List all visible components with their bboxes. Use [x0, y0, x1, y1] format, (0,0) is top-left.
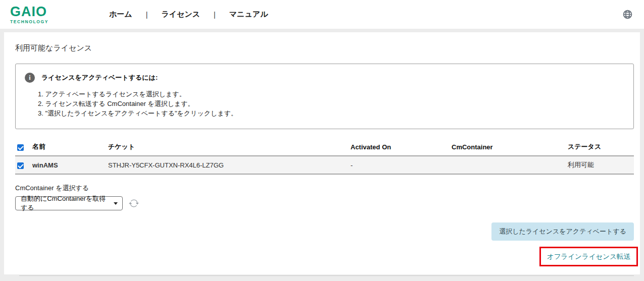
content-panel: 利用可能なライセンス i ライセンスをアクティベートするには: 1. アクティベ… — [4, 32, 640, 274]
cell-activated-on: - — [349, 156, 450, 174]
cmcontainer-select-value: 自動的にCmContainerを取得する — [21, 194, 110, 212]
refresh-icon — [129, 198, 139, 208]
column-header-name: 名前 — [30, 138, 106, 156]
refresh-button[interactable] — [129, 198, 139, 208]
site-header: GAIO TECHNOLOGY ホーム | ライセンス | マニュアル — [0, 0, 644, 29]
column-header-cmcontainer: CmContainer — [450, 138, 566, 156]
main-nav: ホーム | ライセンス | マニュアル — [109, 10, 268, 19]
info-box-title: ライセンスをアクティベートするには: — [41, 73, 158, 82]
nav-licenses[interactable]: ライセンス — [161, 10, 200, 19]
select-all-checkbox[interactable] — [17, 144, 24, 151]
chevron-down-icon — [114, 202, 118, 205]
info-box: i ライセンスをアクティベートするには: 1. アクティベートするライセンスを選… — [15, 64, 634, 129]
cmcontainer-select-label: CmContainer を選択する — [15, 184, 634, 193]
info-step-1: 1. アクティベートするライセンスを選択します。 — [38, 89, 624, 99]
cell-status: 利用可能 — [566, 156, 634, 174]
nav-separator: | — [146, 11, 148, 19]
info-step-3: 3. "選択したライセンスをアクティベートする"をクリックします。 — [38, 108, 624, 118]
nav-home[interactable]: ホーム — [109, 10, 132, 19]
column-header-status: ステータス — [566, 138, 634, 156]
annotation-highlight-box: オフラインライセンス転送 — [539, 247, 638, 266]
nav-manual[interactable]: マニュアル — [229, 10, 268, 19]
cell-license-name: winAMS — [30, 156, 106, 174]
table-row: winAMS STHJR-Y5CFX-GUTXN-RX4L6-LZ7GG - 利… — [15, 156, 634, 174]
column-header-ticket: チケット — [106, 138, 349, 156]
table-header-row: 名前 チケット Activated On CmContainer ステータス — [15, 138, 634, 156]
cmcontainer-select[interactable]: 自動的にCmContainerを取得する — [15, 196, 123, 210]
logo-subtext: TECHNOLOGY — [10, 20, 48, 24]
divider — [19, 275, 634, 276]
row-checkbox[interactable] — [17, 162, 24, 169]
language-globe-button[interactable] — [622, 9, 633, 20]
license-table: 名前 チケット Activated On CmContainer ステータス w… — [15, 138, 634, 175]
globe-icon — [622, 9, 633, 20]
cell-cmcontainer — [450, 156, 566, 174]
offline-license-transfer-link[interactable]: オフラインライセンス転送 — [547, 253, 630, 260]
column-header-activated-on: Activated On — [349, 138, 450, 156]
info-steps: 1. アクティベートするライセンスを選択します。 2. ライセンス転送する Cm… — [38, 89, 624, 118]
activate-selected-button[interactable]: 選択したライセンスをアクティベートする — [491, 222, 634, 241]
nav-separator: | — [214, 11, 216, 19]
page-title: 利用可能なライセンス — [15, 43, 634, 53]
logo-text: GAIO — [10, 5, 48, 19]
info-icon: i — [25, 73, 35, 83]
cmcontainer-section: CmContainer を選択する 自動的にCmContainerを取得する — [15, 184, 634, 210]
cell-ticket: STHJR-Y5CFX-GUTXN-RX4L6-LZ7GG — [106, 156, 349, 174]
info-step-2: 2. ライセンス転送する CmContainer を選択します。 — [38, 99, 624, 108]
logo[interactable]: GAIO TECHNOLOGY — [10, 5, 48, 24]
